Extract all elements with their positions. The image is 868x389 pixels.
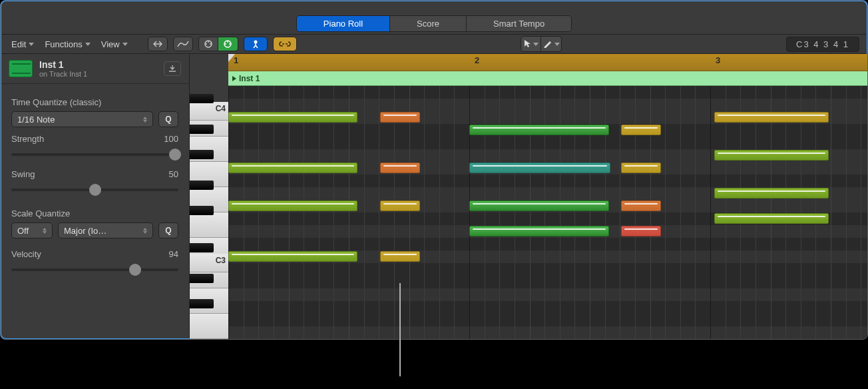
view-menu[interactable]: View [99, 38, 130, 51]
titlebar: Piano Roll Score Smart Tempo [1, 1, 867, 34]
swing-label: Swing [11, 169, 35, 179]
midi-note[interactable] [469, 200, 609, 211]
midi-note[interactable] [380, 163, 420, 173]
midi-note[interactable] [621, 163, 661, 173]
ruler[interactable]: 1 2 3 [228, 54, 867, 71]
strength-value: 100 [164, 134, 178, 144]
midi-note[interactable] [714, 150, 829, 161]
play-icon [232, 76, 236, 81]
midi-note[interactable] [621, 226, 661, 236]
import-icon[interactable] [164, 61, 181, 76]
midi-note[interactable] [228, 163, 357, 173]
region-subtitle: on Track Inst 1 [39, 70, 87, 78]
position-display[interactable]: C3 4 3 4 1 [786, 37, 859, 52]
svg-point-8 [254, 41, 257, 44]
scale-quantize-label: Scale Quantize [11, 208, 178, 218]
inspector: Inst 1 on Track Inst 1 Time Quantize (cl… [1, 54, 190, 339]
scale-type-select[interactable]: Major (Io… [58, 222, 153, 238]
svg-point-1 [208, 41, 209, 43]
editor-tabs: Piano Roll Score Smart Tempo [296, 15, 572, 32]
scale-enable-select[interactable]: Off [11, 222, 53, 238]
time-quantize-select[interactable]: 1/16 Note [11, 111, 153, 127]
midi-note[interactable] [380, 251, 420, 262]
strength-label: Strength [11, 134, 44, 144]
svg-point-6 [225, 43, 226, 45]
pointer-tool[interactable] [521, 37, 541, 51]
tab-smart-tempo[interactable]: Smart Tempo [467, 16, 571, 31]
midi-note[interactable] [714, 188, 829, 198]
note-grid[interactable]: 1 2 3 Inst 1 [228, 54, 867, 339]
midi-note[interactable] [469, 226, 609, 236]
swing-value: 50 [169, 169, 178, 179]
midi-out-icon[interactable] [218, 37, 238, 51]
automation-icon[interactable] [173, 37, 193, 51]
piano-keyboard[interactable] [190, 54, 228, 339]
tab-piano-roll[interactable]: Piano Roll [297, 16, 390, 31]
midi-in-icon[interactable] [198, 37, 218, 51]
link-icon[interactable] [273, 37, 297, 51]
tab-score[interactable]: Score [390, 16, 467, 31]
midi-filter-icon[interactable] [244, 37, 268, 51]
midi-note[interactable] [228, 200, 357, 211]
velocity-value: 94 [169, 249, 178, 259]
quantize-button[interactable]: Q [158, 111, 178, 127]
midi-note[interactable] [621, 125, 661, 135]
velocity-slider[interactable] [11, 262, 178, 278]
midi-note[interactable] [469, 163, 610, 173]
midi-note[interactable] [469, 125, 609, 135]
midi-note[interactable] [380, 112, 420, 123]
pencil-tool[interactable] [541, 37, 561, 51]
svg-point-2 [206, 43, 207, 45]
midi-note[interactable] [228, 251, 357, 262]
functions-menu[interactable]: Functions [42, 38, 93, 51]
midi-note[interactable] [621, 200, 661, 211]
collapse-icon[interactable] [148, 37, 168, 51]
swing-slider[interactable] [11, 182, 178, 198]
toolbar: Edit Functions View C3 4 3 4 1 [1, 34, 867, 54]
midi-note[interactable] [380, 200, 420, 211]
region-icon [9, 60, 33, 77]
scale-quantize-button[interactable]: Q [158, 222, 178, 238]
midi-note[interactable] [228, 112, 357, 123]
edit-menu[interactable]: Edit [9, 38, 37, 51]
region-name: Inst 1 [39, 59, 87, 70]
tool-selector [521, 36, 562, 52]
midi-note[interactable] [714, 213, 829, 224]
strength-slider[interactable] [11, 147, 178, 163]
velocity-label: Velocity [11, 249, 41, 259]
time-quantize-label: Time Quantize (classic) [11, 97, 178, 107]
callout-line [399, 283, 401, 376]
svg-point-7 [229, 43, 230, 45]
svg-point-5 [227, 41, 228, 43]
svg-point-3 [210, 43, 211, 45]
region-header[interactable]: Inst 1 [228, 71, 867, 86]
midi-note[interactable] [714, 112, 829, 123]
